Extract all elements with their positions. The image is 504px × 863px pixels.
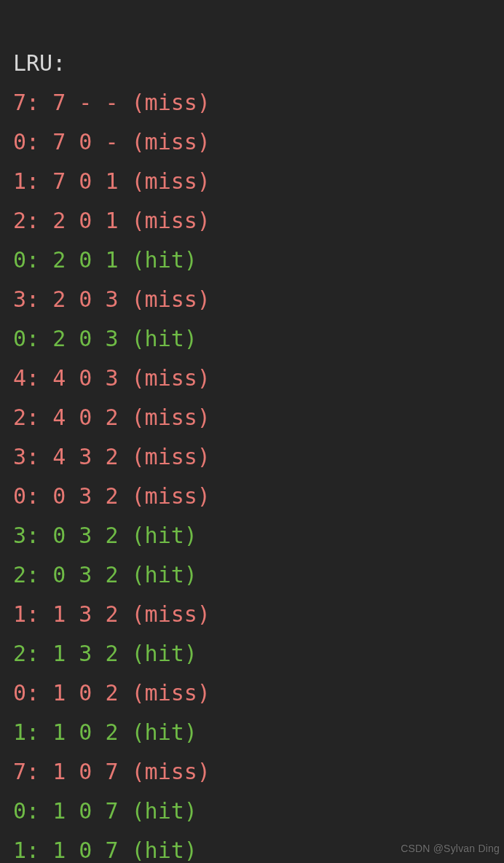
trace-line: 0: 7 0 - (miss) [13,129,210,155]
trace-line: 0: 2 0 1 (hit) [13,247,197,273]
trace-line: 7: 7 - - (miss) [13,90,210,115]
trace-line: 2: 0 3 2 (hit) [13,562,197,587]
trace-line: 2: 2 0 1 (miss) [13,208,210,233]
trace-line: 3: 4 3 2 (miss) [13,444,210,469]
trace-line: 0: 1 0 7 (hit) [13,798,197,824]
header-line: LRU: [13,50,66,76]
trace-line: 3: 0 3 2 (hit) [13,523,197,548]
trace-line: 0: 2 0 3 (hit) [13,326,197,351]
trace-line: 4: 4 0 3 (miss) [13,365,210,391]
trace-line: 0: 0 3 2 (miss) [13,483,210,509]
trace-line: 1: 1 3 2 (miss) [13,601,210,627]
terminal-output: LRU: 7: 7 - - (miss) 0: 7 0 - (miss) 1: … [0,0,504,863]
trace-lines: 7: 7 - - (miss) 0: 7 0 - (miss) 1: 7 0 1… [13,83,491,863]
trace-line: 1: 1 0 2 (hit) [13,719,197,745]
trace-line: 3: 2 0 3 (miss) [13,286,210,312]
trace-line: 1: 7 0 1 (miss) [13,168,210,194]
trace-line: 7: 1 0 7 (miss) [13,759,210,784]
trace-line: 2: 4 0 2 (miss) [13,405,210,430]
trace-line: 2: 1 3 2 (hit) [13,641,197,666]
trace-line: 0: 1 0 2 (miss) [13,680,210,706]
trace-line: 1: 1 0 7 (hit) [13,837,197,863]
